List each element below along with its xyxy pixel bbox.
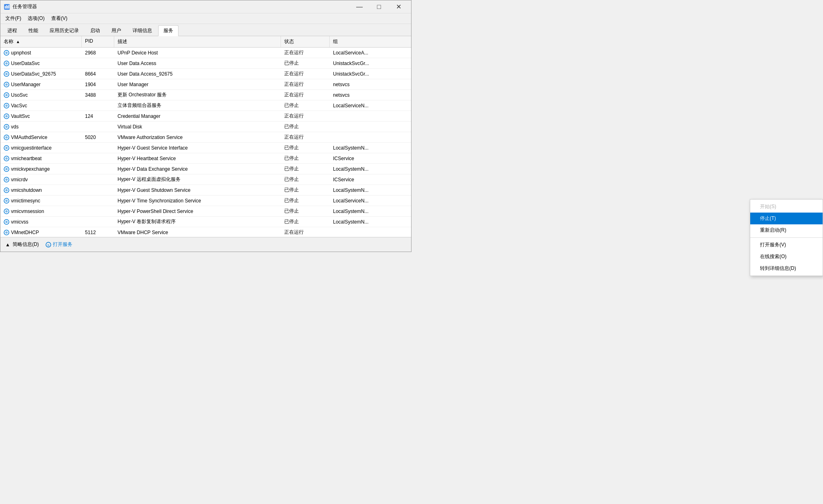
table-row[interactable]: vdsVirtual Disk已停止 bbox=[0, 122, 411, 132]
service-name-cell: UsoSvc bbox=[0, 90, 82, 100]
service-name-cell: UserDataSvc bbox=[0, 58, 82, 68]
service-pid-cell bbox=[82, 174, 114, 185]
table-row[interactable]: VMAuthdService5020VMware Authorization S… bbox=[0, 132, 411, 143]
service-pid-cell bbox=[82, 196, 114, 206]
table-row[interactable]: vmicheartbeatHyper-V Heartbeat Service已停… bbox=[0, 153, 411, 164]
service-icon bbox=[4, 124, 9, 130]
svg-point-32 bbox=[5, 189, 8, 191]
svg-point-28 bbox=[5, 168, 8, 170]
service-status-cell: 已停止 bbox=[281, 217, 330, 227]
service-pid-cell bbox=[82, 185, 114, 195]
service-desc-cell: User Data Access_92675 bbox=[114, 69, 281, 79]
svg-rect-4 bbox=[9, 5, 9, 9]
service-desc-cell: 立体音频组合器服务 bbox=[114, 100, 281, 111]
service-name-cell: vmicvss bbox=[0, 217, 82, 227]
service-pid-cell: 124 bbox=[82, 111, 114, 121]
svg-point-14 bbox=[5, 94, 8, 96]
svg-point-22 bbox=[5, 136, 8, 139]
table-row[interactable]: vmicshutdownHyper-V Guest Shutdown Servi… bbox=[0, 185, 411, 196]
menu-file[interactable]: 文件(F) bbox=[2, 14, 24, 23]
service-desc-cell: Credential Manager bbox=[114, 111, 281, 121]
footer: ▲ 简略信息(D) S 打开服务 bbox=[0, 237, 411, 252]
table-row[interactable]: UserDataSvcUser Data Access已停止UnistackSv… bbox=[0, 58, 411, 69]
window-title: 任务管理器 bbox=[13, 3, 350, 10]
table-row[interactable]: UserDataSvc_926758664User Data Access_92… bbox=[0, 69, 411, 79]
service-desc-cell: Hyper-V PowerShell Direct Service bbox=[114, 206, 281, 216]
col-status[interactable]: 状态 bbox=[281, 36, 330, 47]
service-pid-cell: 2968 bbox=[82, 48, 114, 58]
tab-users[interactable]: 用户 bbox=[106, 25, 126, 36]
footer-open-services[interactable]: S 打开服务 bbox=[46, 241, 72, 248]
col-pid[interactable]: PID bbox=[82, 36, 114, 47]
table-header: 名称 ▲ PID 描述 状态 组 bbox=[0, 36, 411, 48]
svg-rect-1 bbox=[5, 6, 6, 9]
col-group[interactable]: 组 bbox=[330, 36, 411, 47]
table-row[interactable]: vmicvmsessionHyper-V PowerShell Direct S… bbox=[0, 206, 411, 217]
menu-options[interactable]: 选项(O) bbox=[24, 14, 48, 23]
service-status-cell: 正在运行 bbox=[281, 69, 330, 79]
service-icon bbox=[4, 209, 9, 214]
service-group-cell: LocalServiceN... bbox=[330, 196, 411, 206]
table-row[interactable]: vmicrdvHyper-V 远程桌面虚拟化服务已停止ICService bbox=[0, 174, 411, 185]
tab-startup[interactable]: 启动 bbox=[85, 25, 105, 36]
service-status-cell: 已停止 bbox=[281, 164, 330, 174]
table-row[interactable]: VacSvc立体音频组合器服务已停止LocalServiceN... bbox=[0, 100, 411, 111]
service-pid-cell: 5020 bbox=[82, 132, 114, 142]
service-icon bbox=[4, 50, 9, 56]
col-name[interactable]: 名称 ▲ bbox=[0, 36, 82, 47]
service-desc-cell: Hyper-V Guest Service Interface bbox=[114, 143, 281, 153]
maximize-button[interactable]: □ bbox=[370, 0, 388, 13]
menu-bar: 文件(F) 选项(O) 查看(V) bbox=[0, 13, 411, 24]
svg-rect-2 bbox=[6, 5, 7, 9]
table-row[interactable]: vmicvssHyper-V 卷影复制请求程序已停止LocalSystemN..… bbox=[0, 217, 411, 227]
table-row[interactable]: UserManager1904User Manager正在运行netsvcs bbox=[0, 79, 411, 90]
table-row[interactable]: VaultSvc124Credential Manager正在运行 bbox=[0, 111, 411, 122]
table-row[interactable]: vmickvpexchangeHyper-V Data Exchange Ser… bbox=[0, 164, 411, 174]
close-button[interactable]: ✕ bbox=[389, 0, 408, 13]
service-pid-cell: 5112 bbox=[82, 227, 114, 237]
service-desc-cell: Hyper-V Guest Shutdown Service bbox=[114, 185, 281, 195]
service-pid-cell: 8664 bbox=[82, 69, 114, 79]
tab-services[interactable]: 服务 bbox=[158, 25, 179, 36]
service-status-cell: 已停止 bbox=[281, 143, 330, 153]
tab-process[interactable]: 进程 bbox=[2, 25, 22, 36]
service-desc-cell: VMware DHCP Service bbox=[114, 227, 281, 237]
table-row[interactable]: vmicguestinterfaceHyper-V Guest Service … bbox=[0, 143, 411, 153]
service-icon bbox=[4, 92, 9, 98]
service-pid-cell bbox=[82, 217, 114, 227]
service-group-cell: UnistackSvcGr... bbox=[330, 58, 411, 68]
service-group-cell: LocalServiceA... bbox=[330, 48, 411, 58]
footer-summary[interactable]: ▲ 简略信息(D) bbox=[5, 241, 39, 248]
svg-point-26 bbox=[5, 157, 8, 160]
service-name-cell: UserManager bbox=[0, 79, 82, 89]
service-name-cell: vds bbox=[0, 122, 82, 132]
table-row[interactable]: UsoSvc3488更新 Orchestrator 服务正在运行netsvcs bbox=[0, 90, 411, 100]
service-desc-cell: Hyper-V 卷影复制请求程序 bbox=[114, 217, 281, 227]
service-desc-cell: Hyper-V Time Synchronization Service bbox=[114, 196, 281, 206]
service-name-cell: UserDataSvc_92675 bbox=[0, 69, 82, 79]
service-icon bbox=[4, 198, 9, 204]
service-status-cell: 正在运行 bbox=[281, 132, 330, 142]
service-icon bbox=[4, 103, 9, 109]
col-description[interactable]: 描述 bbox=[114, 36, 281, 47]
service-icon bbox=[4, 82, 9, 87]
service-icon bbox=[4, 156, 9, 161]
service-name-cell: VaultSvc bbox=[0, 111, 82, 121]
service-pid-cell bbox=[82, 206, 114, 216]
menu-view[interactable]: 查看(V) bbox=[48, 14, 71, 23]
svg-point-8 bbox=[5, 62, 8, 65]
service-group-cell: ICService bbox=[330, 153, 411, 163]
table-row[interactable]: upnphost2968UPnP Device Host正在运行LocalSer… bbox=[0, 48, 411, 58]
table-row[interactable]: VMnetDHCP5112VMware DHCP Service正在运行 bbox=[0, 227, 411, 237]
tab-details[interactable]: 详细信息 bbox=[127, 25, 157, 36]
service-group-cell: LocalSystemN... bbox=[330, 143, 411, 153]
service-name-cell: vmicheartbeat bbox=[0, 153, 82, 163]
tabs-bar: 进程 性能 应用历史记录 启动 用户 详细信息 服务 bbox=[0, 24, 411, 36]
table-row[interactable]: vmictimesyncHyper-V Time Synchronization… bbox=[0, 196, 411, 206]
minimize-button[interactable]: — bbox=[350, 0, 369, 13]
svg-point-16 bbox=[5, 104, 8, 107]
tab-app-history[interactable]: 应用历史记录 bbox=[44, 25, 84, 36]
tab-performance[interactable]: 性能 bbox=[23, 25, 44, 36]
service-icon bbox=[4, 71, 9, 77]
service-group-cell bbox=[330, 132, 411, 142]
